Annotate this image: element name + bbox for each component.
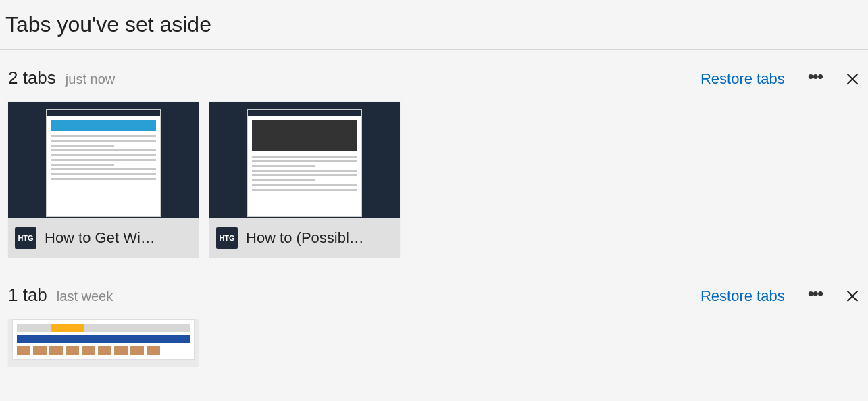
group-header: 2 tabs just now Restore tabs ••• [8,68,860,89]
tab-group: 2 tabs just now Restore tabs ••• [0,50,868,258]
tab-thumbnail[interactable]: HTG How to (Possibl… [209,102,400,258]
group-actions: Restore tabs ••• [700,70,860,88]
page-title: Tabs you've set aside [0,0,868,50]
more-icon[interactable]: ••• [808,68,822,85]
restore-tabs-link[interactable]: Restore tabs [700,287,785,305]
thumbnail-preview [8,319,199,367]
thumbnail-title: How to (Possibl… [246,229,364,247]
group-actions: Restore tabs ••• [700,287,860,305]
close-icon[interactable] [845,289,860,304]
tab-thumbnail[interactable] [8,319,199,367]
tab-group: 1 tab last week Restore tabs ••• [0,258,868,367]
thumbnails-row: HTG How to Get Wi… HTG How to (P [8,102,860,258]
favicon: HTG [15,227,36,249]
group-header: 1 tab last week Restore tabs ••• [8,285,860,306]
group-title: 1 tab last week [8,285,113,306]
favicon: HTG [216,227,238,249]
group-title: 2 tabs just now [8,68,115,89]
thumbnails-row [8,319,860,367]
thumbnail-caption: HTG How to (Possibl… [209,218,400,258]
close-icon[interactable] [845,72,860,87]
group-time: last week [57,289,113,304]
thumbnail-preview [8,102,199,218]
thumbnail-title: How to Get Wi… [45,229,155,247]
restore-tabs-link[interactable]: Restore tabs [700,70,785,88]
group-count: 1 tab [8,285,47,306]
tab-thumbnail[interactable]: HTG How to Get Wi… [8,102,199,258]
group-count: 2 tabs [8,68,56,89]
thumbnail-caption: HTG How to Get Wi… [8,218,199,258]
more-icon[interactable]: ••• [808,285,822,302]
thumbnail-preview [209,102,400,218]
group-time: just now [66,72,115,87]
